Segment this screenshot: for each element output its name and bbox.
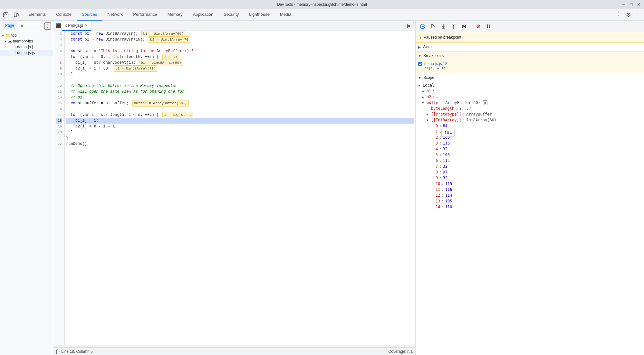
code-line-7: for (var i = 0; i < str.length; ++i) { i… [66, 54, 414, 60]
close-button[interactable]: ✕ [636, 2, 641, 7]
scope-item-int8array[interactable]: ▼ [[Int8Array]] : Int8Array(60) [416, 117, 644, 123]
code-editor: 3 4 5 6 7 8 9 10 11 12 13 14 15 16 17 18 [53, 31, 415, 347]
tab-elements[interactable]: Elements [23, 9, 51, 21]
pretty-print-button[interactable]: {} [56, 349, 59, 354]
scope-item-buffer[interactable]: ▼ buffer : ArrayBuffer(60) ▦ [416, 100, 644, 106]
debugger-panel: ℹ Paused on breakpoint ▶ Watch ▼ Breakpo… [415, 21, 644, 355]
scope-item-b1[interactable]: ▶ b1 : … [416, 88, 644, 94]
tab-sources[interactable]: Sources [77, 9, 102, 21]
more-tabs-button[interactable]: ⋮ [613, 11, 624, 18]
scope-item-8[interactable]: 8 : 97 [416, 169, 644, 175]
scope-item-14[interactable]: 14 : 110 [416, 204, 644, 210]
code-line-22: runDemo(); [66, 141, 414, 147]
code-area[interactable]: 3 4 5 6 7 8 9 10 11 12 13 14 15 16 17 18 [53, 31, 415, 345]
breakpoint-filename[interactable]: demo-js.js:18 [424, 61, 641, 66]
run-snippet-button[interactable]: ▶ [404, 22, 414, 29]
file-tree-more[interactable]: » [18, 22, 26, 30]
chevron-down-icon: ▼ [427, 118, 430, 122]
tree-item-demo-inactive[interactable]: ▶ 📄 demo-js.j [0, 44, 53, 50]
code-line-13: // will open the same view as for openin… [66, 89, 414, 95]
coverage-status: Coverage: n/a [389, 349, 413, 354]
code-line-8: b1[i] = str.charCodeAt(i); b1 = Uint8Arr… [66, 60, 414, 66]
scope-item-11[interactable]: 11 : 116 [416, 187, 644, 192]
scope-item-7[interactable]: 7 : 32 [416, 163, 644, 169]
scope-section-header[interactable]: ▼ Scope [416, 73, 644, 82]
code-line-3: const b1 = new Uint8Array(n); b1 = Uint8… [66, 31, 414, 37]
tree-item-top[interactable]: ▼ 📁 top [0, 33, 53, 38]
scope-item-bytelength[interactable]: byteLength : (...) [416, 106, 644, 111]
scope-item-9[interactable]: 9 : 32 [416, 175, 644, 181]
step-into-button[interactable] [439, 22, 448, 31]
svg-rect-17 [487, 24, 488, 28]
cloud-folder-icon: ☁ [8, 39, 12, 43]
tab-memory[interactable]: Memory [162, 9, 188, 21]
toggle-sidebar-button[interactable]: ⬛ [54, 22, 62, 30]
code-line-20: } [66, 129, 414, 135]
deactivate-breakpoints-button[interactable] [474, 22, 483, 31]
tree-item-memory-ins[interactable]: ▼ ☁ memory-ins [0, 38, 53, 44]
svg-marker-4 [422, 25, 424, 27]
line-column-status: Line 18, Column 5 [61, 349, 92, 354]
settings-button[interactable]: ⚙ [624, 11, 633, 18]
more-options-button[interactable]: ⋮ [633, 11, 643, 18]
scope-section: ▼ Scope ▼ Local ▶ b1 : … ▶ [416, 73, 644, 355]
close-tab-button[interactable]: ✕ [85, 23, 88, 28]
scope-item-b2[interactable]: ▶ b2 : … [416, 94, 644, 100]
scope-item-4[interactable]: 4 : 32 [416, 146, 644, 152]
step-over-button[interactable] [428, 22, 437, 31]
scope-item-12[interactable]: 12 : 114 [416, 192, 644, 198]
inspect-element-button[interactable] [1, 10, 10, 19]
chevron-right-icon: ▶ [427, 113, 430, 116]
tab-performance[interactable]: Performance [128, 9, 162, 21]
code-content[interactable]: const b1 = new Uint8Array(n); b1 = Uint8… [65, 31, 415, 345]
code-line-18: b1[i] = i; [66, 118, 414, 124]
scope-item-0[interactable]: 0 : 84 [416, 123, 644, 129]
scope-item-prototype[interactable]: ▶ [[Prototype]] : ArrayBuffer [416, 111, 644, 117]
tab-lighthouse[interactable]: Lighthouse [244, 9, 275, 21]
tab-application[interactable]: Application [188, 9, 219, 21]
scope-item-6[interactable]: 6 : 115 [416, 158, 644, 163]
code-line-9: b2[i] = i + 33; b2 = Uint8Array(70) [66, 66, 414, 71]
watch-section: ▶ Watch [416, 43, 644, 51]
horizontal-scrollbar[interactable] [53, 345, 415, 347]
tree-item-demo-active[interactable]: ▶ 📄 demo-js.js [0, 50, 53, 56]
tab-security[interactable]: Security [218, 9, 244, 21]
chevron-right-icon: ▶ [422, 95, 425, 99]
device-toggle-button[interactable] [12, 10, 21, 19]
breakpoints-list: demo-js.js:18 b1[i] = i; [416, 60, 644, 73]
tab-media[interactable]: Media [275, 9, 296, 21]
breakpoint-item: demo-js.js:18 b1[i] = i; [418, 61, 641, 71]
chevron-down-icon: ▼ [1, 34, 5, 37]
breakpoints-section-header[interactable]: ▼ Breakpoints [416, 51, 644, 60]
svg-rect-2 [17, 14, 18, 16]
titlebar-title: DevTools - memory-inspector.glitch.me/de… [277, 2, 367, 7]
tab-network[interactable]: Network [102, 9, 128, 21]
chevron-down-icon: ▼ [418, 76, 421, 79]
memory-inspector-icon[interactable]: ▦ [483, 100, 487, 105]
scope-item-3[interactable]: 3 : 115 [416, 140, 644, 146]
scope-item-1[interactable]: 1 : 104 104 [416, 129, 644, 135]
resume-button[interactable] [418, 22, 427, 31]
breakpoints-section: ▼ Breakpoints demo-js.js:18 b1[i] = i; [416, 51, 644, 73]
file-tree-header: Page » ⋮ [0, 21, 53, 31]
page-tab[interactable]: Page [2, 22, 17, 30]
watch-section-header[interactable]: ▶ Watch [416, 43, 644, 51]
scope-item-10[interactable]: 10 : 115 [416, 181, 644, 187]
pause-exceptions-button[interactable] [484, 22, 493, 31]
file-icon: 📄 [11, 51, 16, 55]
minimize-button[interactable]: ─ [621, 2, 626, 7]
step-button[interactable] [459, 22, 468, 31]
tab-console[interactable]: Console [51, 9, 77, 21]
titlebar: DevTools - memory-inspector.glitch.me/de… [0, 0, 644, 9]
scope-local-header[interactable]: ▼ Local [416, 82, 644, 88]
paused-notice: ℹ Paused on breakpoint [416, 32, 644, 43]
status-bar: {} Line 18, Column 5 Coverage: n/a [53, 347, 415, 355]
scope-item-13[interactable]: 13 : 105 [416, 198, 644, 204]
maximize-button[interactable]: □ [629, 2, 634, 7]
editor-tab-demo-js[interactable]: demo-js.js ✕ [62, 21, 91, 31]
breakpoint-checkbox[interactable] [418, 62, 422, 66]
file-tree-menu[interactable]: ⋮ [44, 22, 51, 30]
titlebar-controls: ─ □ ✕ [621, 2, 641, 7]
scope-item-5[interactable]: 5 : 105 [416, 152, 644, 158]
step-out-button[interactable] [449, 22, 458, 31]
